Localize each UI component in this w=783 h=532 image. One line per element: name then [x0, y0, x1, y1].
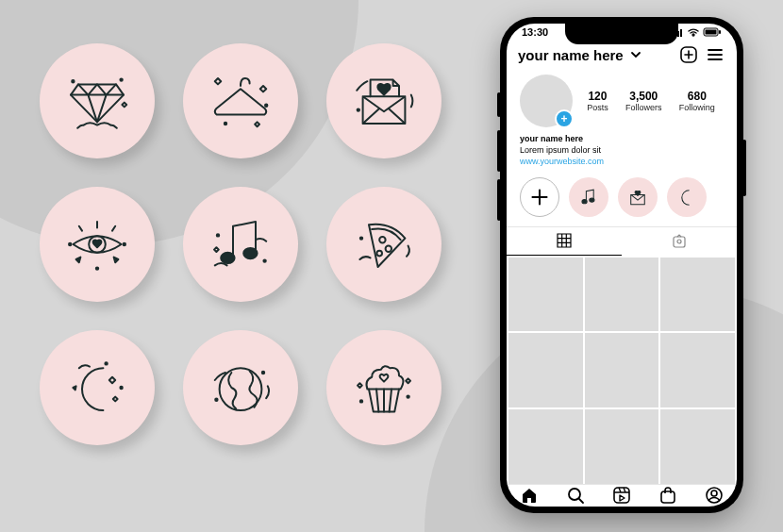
diamond-icon	[40, 43, 155, 158]
post-thumb[interactable]	[508, 409, 583, 484]
profile-icon	[705, 486, 724, 505]
svg-point-10	[221, 253, 234, 263]
stat-posts[interactable]: 120Posts	[587, 90, 608, 112]
svg-point-22	[262, 372, 264, 374]
globe-icon	[183, 330, 298, 445]
menu-button[interactable]	[705, 44, 725, 65]
svg-point-14	[379, 237, 385, 242]
svg-point-8	[69, 243, 71, 245]
post-thumb[interactable]	[508, 258, 583, 332]
post-thumb[interactable]	[660, 258, 735, 332]
svg-point-12	[217, 234, 219, 236]
status-indicators	[671, 27, 722, 37]
highlight-new[interactable]	[520, 177, 559, 217]
svg-rect-36	[661, 491, 675, 503]
cupcake-icon	[326, 330, 441, 445]
avatar[interactable]	[520, 75, 573, 127]
post-thumb[interactable]	[660, 409, 735, 484]
status-time: 13:30	[522, 26, 548, 38]
profile-username[interactable]: your name here	[518, 47, 624, 63]
nav-search[interactable]	[565, 485, 586, 506]
svg-point-0	[72, 80, 74, 82]
stat-following[interactable]: 680Following	[679, 90, 715, 112]
reels-icon	[612, 486, 631, 505]
bio-text: Lorem ipsum dolor sit	[520, 144, 724, 156]
svg-point-30	[590, 198, 594, 202]
svg-rect-32	[674, 237, 685, 247]
create-post-button[interactable]	[678, 44, 699, 65]
svg-point-17	[360, 237, 362, 239]
svg-point-3	[265, 105, 267, 107]
posts-grid	[507, 256, 737, 484]
moon-icon	[40, 330, 155, 445]
svg-point-2	[225, 123, 226, 125]
plus-icon	[527, 185, 552, 209]
phone-mockup: 13:30 your name here 120Posts 3,500Follo…	[500, 17, 743, 513]
post-thumb[interactable]	[585, 409, 659, 484]
tagged-icon	[672, 234, 687, 249]
svg-point-18	[120, 387, 122, 389]
bio-name: your name here	[520, 133, 724, 144]
search-icon	[566, 486, 585, 505]
nav-reels[interactable]	[611, 485, 632, 506]
love-letter-icon	[326, 43, 441, 158]
svg-point-38	[711, 490, 717, 496]
svg-point-9	[124, 243, 125, 245]
pizza-icon	[326, 187, 441, 302]
svg-rect-27	[719, 30, 721, 34]
svg-rect-26	[706, 30, 717, 35]
svg-point-21	[215, 399, 217, 401]
grid-icon	[557, 233, 572, 248]
svg-point-34	[569, 489, 580, 500]
post-thumb[interactable]	[585, 258, 659, 332]
highlight-moon[interactable]	[667, 177, 707, 217]
svg-point-15	[386, 246, 392, 252]
highlight-music[interactable]	[569, 177, 608, 217]
hanger-icon	[183, 43, 298, 158]
music-note-icon	[183, 187, 298, 302]
highlight-letter[interactable]	[618, 177, 658, 217]
shop-icon	[658, 486, 677, 505]
post-thumb[interactable]	[508, 333, 583, 407]
svg-point-19	[105, 362, 107, 364]
nav-profile[interactable]	[704, 485, 725, 506]
tab-tagged[interactable]	[622, 227, 737, 256]
svg-point-11	[243, 248, 257, 258]
stat-followers[interactable]: 3,500Followers	[625, 90, 662, 112]
highlight-icons-showcase	[40, 43, 441, 445]
svg-point-33	[677, 240, 681, 243]
eye-icon	[40, 187, 155, 302]
svg-point-24	[407, 395, 408, 397]
svg-point-7	[96, 267, 98, 269]
tab-grid[interactable]	[507, 227, 622, 256]
nav-shop[interactable]	[658, 485, 678, 506]
post-thumb[interactable]	[585, 333, 659, 407]
svg-point-5	[358, 108, 359, 110]
svg-point-1	[120, 78, 122, 80]
svg-point-23	[360, 400, 362, 402]
svg-point-29	[582, 199, 587, 203]
bio-link[interactable]: www.yourwebsite.com	[520, 156, 724, 167]
svg-point-16	[376, 251, 382, 257]
wifi-icon	[687, 28, 700, 37]
chevron-down-icon[interactable]	[629, 48, 642, 61]
battery-icon	[703, 27, 722, 37]
nav-home[interactable]	[519, 485, 540, 506]
post-thumb[interactable]	[660, 333, 735, 407]
svg-point-13	[263, 259, 265, 261]
home-icon	[520, 486, 539, 505]
